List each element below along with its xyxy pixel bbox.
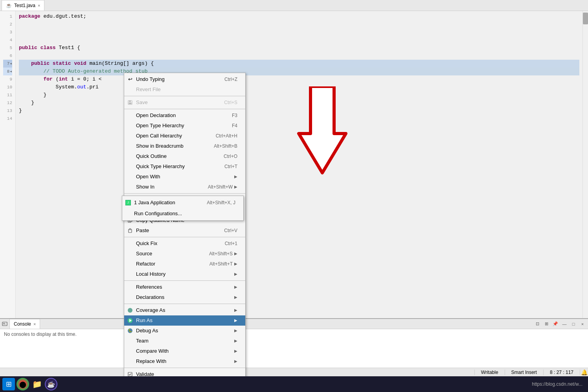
submenu-label-java-app: 1 Java Application xyxy=(134,198,199,207)
menu-shortcut-save: Ctrl+S xyxy=(224,99,237,106)
context-menu: ↩ Undo Typing Ctrl+Z Revert File Save Ct… xyxy=(124,73,246,392)
menu-item-quick-fix[interactable]: Quick Fix Ctrl+1 xyxy=(124,238,245,249)
menu-shortcut-open-decl: F3 xyxy=(232,112,237,119)
replace-with-arrow: ▶ xyxy=(234,357,237,365)
code-line-10: System.out.pri xyxy=(19,83,579,91)
references-arrow: ▶ xyxy=(234,283,237,291)
code-content[interactable]: package edu.dgut.test; public class Test… xyxy=(16,11,582,318)
menu-label-show-in: Show In xyxy=(136,183,200,191)
code-line-12: } xyxy=(19,99,579,107)
console-btn-5[interactable]: □ xyxy=(570,320,577,328)
svg-rect-4 xyxy=(129,101,131,102)
team-arrow: ▶ xyxy=(234,337,237,345)
taskbar-windows-icon[interactable]: ⊞ xyxy=(2,378,15,390)
menu-label-declarations: Declarations xyxy=(136,293,233,301)
menu-item-quick-outline[interactable]: Quick Outline Ctrl+O xyxy=(124,151,245,161)
submenu-item-java-app[interactable]: J 1 Java Application Alt+Shift+X, J xyxy=(122,197,243,208)
console-message: No consoles to display at this time. xyxy=(4,332,77,337)
console-tab[interactable]: Console × xyxy=(9,319,40,329)
menu-item-revert-file: Revert File xyxy=(124,84,245,95)
menu-item-team[interactable]: Team ▶ xyxy=(124,336,245,346)
console-content: No consoles to display at this time. xyxy=(0,329,588,339)
menu-label-refactor: Refactor xyxy=(136,260,202,268)
console-btn-6[interactable]: × xyxy=(579,320,586,328)
code-line-13: } xyxy=(19,107,579,115)
menu-item-open-call-hierarchy[interactable]: Open Call Hierarchy Ctrl+Alt+H xyxy=(124,131,245,141)
coverage-as-arrow: ▶ xyxy=(234,306,237,314)
code-line-2 xyxy=(19,20,579,28)
menu-item-show-in[interactable]: Show In Alt+Shift+W ▶ xyxy=(124,182,245,192)
menu-item-declarations[interactable]: Declarations ▶ xyxy=(124,292,245,302)
menu-shortcut-quick-fix: Ctrl+1 xyxy=(225,240,237,247)
menu-label-quick-outline: Quick Outline xyxy=(136,152,216,160)
submenu-shortcut-java-app: Alt+Shift+X, J xyxy=(207,198,235,207)
local-history-arrow: ▶ xyxy=(234,270,237,278)
taskbar-eclipse-icon[interactable]: ☕ xyxy=(45,378,57,390)
tab-close-icon[interactable]: × xyxy=(38,3,40,8)
menu-item-open-declaration[interactable]: Open Declaration F3 xyxy=(124,110,245,121)
menu-item-replace-with[interactable]: Replace With ▶ xyxy=(124,356,245,366)
declarations-arrow: ▶ xyxy=(234,293,237,301)
menu-label-undo: Undo Typing xyxy=(136,75,217,83)
code-line-1: package edu.dgut.test; xyxy=(19,13,579,20)
menu-item-refactor[interactable]: Refactor Alt+Shift+T ▶ xyxy=(124,259,245,269)
tab-bar: ☕ Test1.java × xyxy=(0,0,588,11)
compare-with-arrow: ▶ xyxy=(234,347,237,355)
console-btn-2[interactable]: ⊞ xyxy=(542,320,550,328)
menu-item-paste[interactable]: Paste Ctrl+V xyxy=(124,225,245,236)
refactor-arrow: ▶ xyxy=(234,260,237,268)
paste-icon xyxy=(127,228,134,233)
code-line-3 xyxy=(19,28,579,36)
console-btn-3[interactable]: 📌 xyxy=(551,320,559,328)
svg-rect-14 xyxy=(128,372,132,376)
menu-label-run-as: Run As xyxy=(136,317,233,324)
menu-item-run-as[interactable]: Run As ▶ xyxy=(124,315,245,326)
menu-shortcut-undo: Ctrl+Z xyxy=(224,75,237,83)
menu-sep-2 xyxy=(124,109,245,109)
menu-item-open-with[interactable]: Open With ▶ xyxy=(124,172,245,182)
menu-item-save: Save Ctrl+S xyxy=(124,97,245,108)
console-tab-bar: Console × ⊡ ⊞ 📌 — □ × xyxy=(0,319,588,329)
console-btn-4[interactable]: — xyxy=(560,320,568,328)
menu-sep-1 xyxy=(124,96,245,96)
menu-sep-4 xyxy=(124,237,245,237)
menu-label-quick-fix: Quick Fix xyxy=(136,240,217,247)
menu-item-quick-type-hierarchy[interactable]: Quick Type Hierarchy Ctrl+T xyxy=(124,161,245,172)
taskbar-chrome-icon[interactable]: ⬤ xyxy=(17,378,29,390)
menu-item-compare-with[interactable]: Compare With ▶ xyxy=(124,346,245,356)
save-icon xyxy=(127,100,134,105)
menu-item-open-type-hierarchy[interactable]: Open Type Hierarchy F4 xyxy=(124,121,245,131)
menu-label-source: Source xyxy=(136,250,201,258)
editor-tab[interactable]: ☕ Test1.java × xyxy=(2,0,44,11)
menu-shortcut-refactor: Alt+Shift+T xyxy=(209,260,233,268)
code-line-4 xyxy=(19,36,579,44)
menu-item-references[interactable]: References ▶ xyxy=(124,282,245,292)
taskbar-url: https://blog.csdn.net/w... xyxy=(59,381,586,387)
console-close-icon[interactable]: × xyxy=(33,322,36,326)
svg-rect-13 xyxy=(129,229,131,230)
menu-shortcut-open-call: Ctrl+Alt+H xyxy=(216,132,237,140)
menu-item-show-breadcrumb[interactable]: Show in Breadcrumb Alt+Shift+B xyxy=(124,141,245,151)
menu-item-coverage-as[interactable]: Coverage As ▶ xyxy=(124,305,245,315)
menu-label-open-type: Open Type Hierarchy xyxy=(136,122,224,130)
menu-label-local-history: Local History xyxy=(136,270,233,278)
menu-shortcut-breadcrumb: Alt+Shift+B xyxy=(214,142,237,150)
tab-label: Test1.java xyxy=(14,3,35,8)
menu-item-source[interactable]: Source Alt+Shift+S ▶ xyxy=(124,249,245,259)
open-with-arrow: ▶ xyxy=(234,173,237,181)
status-items: Writable Smart Insert 8 : 27 : 117 xyxy=(474,370,580,375)
menu-item-local-history[interactable]: Local History ▶ xyxy=(124,269,245,279)
menu-label-revert: Revert File xyxy=(136,86,237,93)
menu-sep-5 xyxy=(124,280,245,281)
code-line-6 xyxy=(19,52,579,60)
menu-shortcut-show-in: Alt+Shift+W xyxy=(208,183,233,191)
taskbar-folder-icon[interactable]: 📁 xyxy=(31,378,43,390)
submenu-item-run-configs[interactable]: Run Configurations... xyxy=(122,208,243,219)
java-app-icon: J xyxy=(125,200,132,205)
menu-sep-6 xyxy=(124,304,245,304)
menu-item-undo-typing[interactable]: ↩ Undo Typing Ctrl+Z xyxy=(124,74,245,84)
menu-item-debug-as[interactable]: 🐛 Debug As ▶ xyxy=(124,326,245,336)
vertical-scrollbar[interactable] xyxy=(582,11,588,318)
run-as-arrow: ▶ xyxy=(234,317,237,324)
console-btn-1[interactable]: ⊡ xyxy=(533,320,541,328)
